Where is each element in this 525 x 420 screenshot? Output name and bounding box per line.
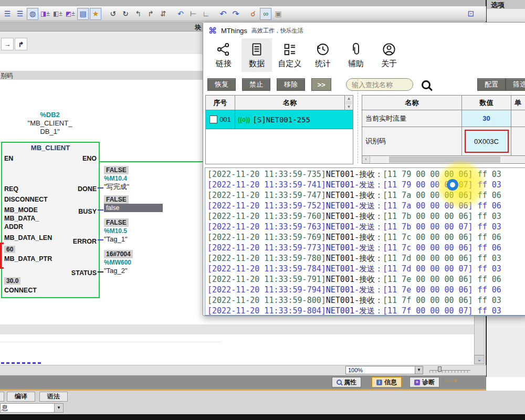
highlighted-value[interactable]: 0X003C (465, 130, 509, 153)
more-button[interactable]: >> (311, 78, 331, 91)
config-button[interactable]: 配置 (477, 78, 506, 91)
value-row-id[interactable]: 识别码 0X003C (362, 127, 525, 156)
history-clock-icon (315, 41, 331, 57)
tab-info[interactable]: i 信息 (372, 377, 402, 387)
input-pin-label: MB_DATA_LEN (4, 234, 52, 242)
log-line: [2022-11-20 11:33:59-800]NET001-接收：[11 7… (207, 295, 525, 306)
search-input[interactable] (346, 78, 413, 91)
log-line: [2022-11-20 11:33:59-769]NET001-接收：[11 7… (207, 232, 525, 243)
monitoring-glasses-icon[interactable]: ∞ (260, 8, 271, 20)
editor-header-zone (0, 54, 203, 71)
zoom-slider[interactable] (429, 368, 470, 373)
assignment-list-icon[interactable]: ↱ (145, 8, 156, 20)
tab-diagnostics-label: 诊断 (422, 378, 435, 387)
mthings-window[interactable]: ⌘ MThings 高效工作，快乐生活 链接 数据 自定义 统计 (203, 22, 525, 316)
disable-button[interactable]: 禁止 (242, 78, 270, 91)
lock-icon[interactable]: ▣ (272, 8, 284, 20)
device-table-scrollbar[interactable]: ▲▼ (345, 96, 353, 110)
filter-button[interactable]: 筛选 (506, 78, 525, 91)
param-value[interactable]: 30 (462, 110, 511, 127)
connect-value[interactable]: 30.0 (4, 277, 20, 285)
tab-data[interactable]: 数据 (242, 38, 272, 72)
open-branch-button[interactable]: ↱ (15, 38, 27, 50)
app-slogan: 高效工作，快乐生活 (251, 27, 303, 35)
tab-properties-label: 属性 (344, 378, 356, 387)
go-online-icon[interactable]: ↶ (217, 8, 229, 20)
branch-icon[interactable]: ▤ (77, 8, 89, 20)
device-checkbox[interactable] (209, 116, 217, 123)
message-filter-dropdown[interactable]: 息 (0, 403, 55, 413)
status-operand[interactable]: 16#7004 %MW600 "Tag_2" (104, 250, 172, 275)
col-param-name: 名称 (362, 96, 462, 110)
zoom-select-arrow-icon[interactable]: ▼ (415, 366, 423, 374)
insert-empty-box-icon[interactable]: ◧± (52, 8, 64, 20)
redo-icon[interactable]: ↻ (120, 8, 131, 20)
eno-wire (99, 161, 203, 162)
log-line: [2022-11-20 11:33:59-763]NET001-发送：[11 7… (207, 222, 525, 232)
network-list-icon[interactable]: ☰ (14, 8, 26, 20)
undo-icon[interactable]: ↺ (107, 8, 119, 20)
log-line: [2022-11-20 11:33:59-794]NET001-发送：[11 7… (207, 285, 525, 295)
input-pin-label: MB_MODE (4, 206, 38, 214)
tab-diagnostics[interactable]: + 诊断 (410, 377, 439, 387)
tab-properties[interactable]: 属性 (332, 377, 361, 387)
goto-network-icon[interactable]: ↶ (175, 8, 186, 20)
device-row[interactable]: 001 ((o)) [S]NET001-255 (206, 110, 353, 129)
remove-button[interactable]: 移除 (277, 78, 305, 91)
input-pin-label: ADDR (4, 223, 23, 230)
absolute-operands-icon[interactable]: ⊢ (187, 8, 199, 20)
tab-about[interactable]: 关于 (374, 38, 404, 72)
insert-operand-icon[interactable]: ◩± (65, 8, 76, 20)
error-operand[interactable]: FALSE %M10.5 "Tag_1" (104, 218, 172, 244)
message-filter-arrow-icon[interactable]: ▼ (54, 403, 64, 413)
scroll-up-icon[interactable]: ▲ (347, 96, 351, 101)
find-replace-icon[interactable]: ☌ (247, 8, 259, 20)
value-table-hscrollbar[interactable]: ‹ (362, 156, 525, 163)
taskbar-strip (0, 414, 525, 420)
tab-custom[interactable]: 自定义 (275, 38, 305, 72)
go-offline-icon[interactable]: ↷ (230, 8, 242, 20)
hscroll-thumb[interactable] (389, 156, 500, 163)
network-overview-icon[interactable]: ☰ (2, 8, 13, 20)
editor-settings-icon[interactable]: ⊡ (465, 8, 477, 19)
inspector-window-controls[interactable]: ▫▫▼ (444, 377, 460, 384)
error-address: %M10.5 (104, 227, 127, 235)
zoom-select[interactable]: 100% (345, 366, 423, 374)
scroll-left-icon[interactable]: ‹ (362, 156, 370, 163)
scroll-down-icon[interactable]: ▼ (347, 104, 351, 109)
scroll-down-button[interactable]: ⌄ (474, 355, 485, 364)
expand-collapse-icon[interactable]: ⇵ (158, 8, 169, 20)
search-icon[interactable] (422, 80, 430, 89)
tab-assist[interactable]: 辅助 (341, 38, 371, 72)
value-table: 名称 数值 单 当前实时流量 30 识别码 0X003C ‹ (362, 95, 525, 164)
tab-links[interactable]: 链接 (208, 38, 239, 72)
log-line: [2022-11-20 11:33:59-741]NET001-发送：[11 7… (207, 180, 525, 190)
tab-syntax[interactable]: 语法 (39, 392, 68, 402)
log-line: [2022-11-20 11:33:59-791]NET001-接收：[11 7… (207, 274, 525, 285)
favorites-icon[interactable]: ★ (90, 8, 101, 20)
restore-button[interactable]: 恢复 (207, 78, 236, 91)
zoom-slider-thumb[interactable] (438, 366, 442, 372)
layout-icon (282, 41, 298, 57)
document-icon (249, 41, 265, 57)
comm-log[interactable]: [2022-11-20 11:33:59-735]NET001-接收：[11 7… (205, 167, 525, 316)
mb-data-ptr-value[interactable]: 60 (4, 246, 15, 253)
comment-icon[interactable]: ◍ (27, 8, 38, 20)
insert-assignment-button[interactable]: → (1, 38, 14, 50)
mb-client-block[interactable]: MB_CLIENT EN ENO REQDISCONNECTMB_MODEMB_… (1, 142, 100, 298)
pane-divider (358, 79, 358, 163)
value-table-header: 名称 数值 单 (362, 96, 525, 110)
mthings-logo-icon: ⌘ (208, 26, 217, 36)
done-operand[interactable]: FALSE %M10.4 "写完成" (104, 166, 172, 191)
tab-statistics[interactable]: 统计 (308, 38, 338, 72)
call-structure-icon[interactable]: ↰ (132, 8, 144, 20)
tab-compile[interactable]: 编译 (7, 392, 35, 402)
insert-network-icon[interactable]: ◨± (39, 8, 51, 20)
busy-operand[interactable]: FALSE false (104, 195, 172, 212)
operand-comment-icon[interactable]: ∟ (200, 8, 212, 20)
status-tag: "Tag_2" (104, 267, 128, 275)
device-name: [S]NET001-255 (253, 116, 310, 124)
log-line: [2022-11-20 11:33:59-752]NET001-发送：[11 7… (207, 201, 525, 211)
value-row-flow[interactable]: 当前实时流量 30 (362, 110, 525, 127)
network-title-bar[interactable]: 别码 (0, 71, 203, 80)
